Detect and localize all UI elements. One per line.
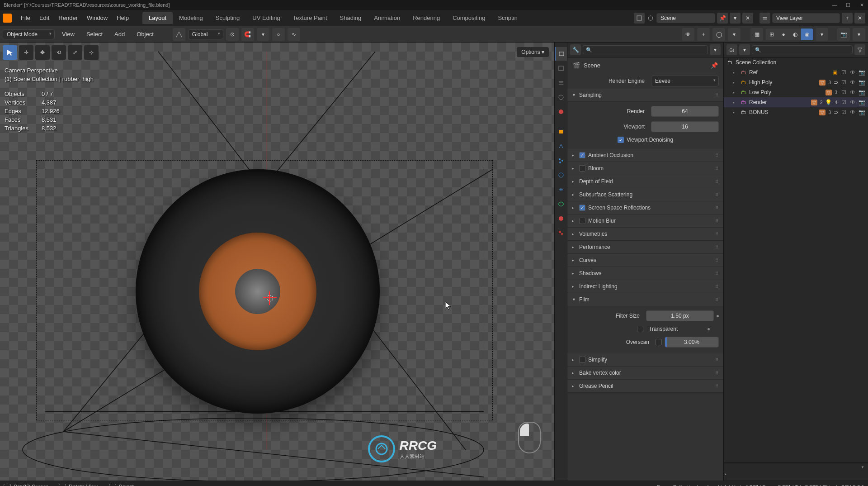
indirect-panel-header[interactable]: ▸Indirect Lighting⠿ (567, 280, 723, 293)
visibility-icon[interactable]: 👁 (682, 28, 694, 41)
filter-size-input[interactable]: 1.50 px (646, 310, 714, 321)
move-tool[interactable]: ✥ (35, 45, 50, 60)
render-icon[interactable]: 📷 (858, 69, 865, 76)
object-properties-tab[interactable] (555, 125, 567, 138)
maximize-icon[interactable]: ☐ (845, 2, 851, 8)
scene-name-input[interactable] (656, 13, 715, 23)
simplify-checkbox[interactable] (579, 357, 585, 363)
orientation-dropdown[interactable]: Global (188, 29, 223, 39)
tab-modeling[interactable]: Modeling (173, 12, 209, 24)
render-properties-tab[interactable] (555, 47, 567, 61)
collection-scene[interactable]: 🗀 Scene Collection (724, 57, 868, 67)
chevron-right-icon[interactable]: ▸ (733, 100, 738, 105)
output-properties-tab[interactable] (555, 62, 567, 75)
scene-delete-icon[interactable]: ✕ (742, 13, 753, 24)
properties-lower-panel[interactable]: ▼ ▸ (724, 462, 868, 481)
tab-sculpting[interactable]: Sculpting (209, 12, 246, 24)
mblur-checkbox[interactable] (579, 218, 585, 224)
properties-search-input[interactable] (583, 45, 708, 54)
properties-options-icon[interactable]: ▾ (710, 44, 721, 55)
viewlayer-browse-icon[interactable] (760, 13, 770, 24)
viewlayer-properties-tab[interactable] (555, 76, 567, 90)
texture-properties-tab[interactable] (555, 226, 567, 240)
tab-scripting[interactable]: Scriptin (491, 12, 524, 24)
menu-file[interactable]: File (16, 13, 35, 23)
render-icon[interactable]: 📷 (858, 79, 865, 86)
chevron-right-icon[interactable]: ▸ (725, 472, 726, 476)
cursor-tool[interactable]: ✛ (19, 45, 33, 60)
tab-rendering[interactable]: Rendering (406, 12, 446, 24)
overscan-slider[interactable]: 3.00% (665, 337, 719, 348)
eye-icon[interactable]: 👁 (849, 69, 856, 76)
chevron-right-icon[interactable]: ▸ (733, 71, 738, 75)
collection-high-poly[interactable]: ▸ 🗀 High Poly ▽3 ⊃ ☑ 👁 📷 (724, 77, 868, 87)
close-icon[interactable]: ✕ (859, 2, 864, 8)
scene-pin-icon[interactable]: 📌 (717, 13, 728, 24)
shading-options-icon[interactable]: ▾ (816, 28, 828, 41)
render-samples-input[interactable]: 64 (651, 106, 719, 117)
modifier-properties-tab[interactable] (555, 139, 567, 153)
data-properties-tab[interactable] (555, 197, 567, 211)
render-icon[interactable]: 📷 (858, 109, 865, 116)
tab-shading[interactable]: Shading (334, 12, 368, 24)
particle-properties-tab[interactable] (555, 154, 567, 167)
proportional-icon[interactable]: ○ (272, 28, 285, 41)
bloom-checkbox[interactable] (579, 165, 585, 172)
header-view[interactable]: View (57, 29, 79, 39)
bake-vc-panel-header[interactable]: ▸Bake vertex color⠿ (567, 367, 723, 380)
header-add[interactable]: Add (110, 29, 129, 39)
ssr-checkbox[interactable]: ✓ (579, 205, 585, 211)
viewlayer-new-icon[interactable]: + (842, 13, 853, 24)
camera-view-icon[interactable]: 📷 (837, 28, 850, 41)
chevron-down-icon[interactable]: ▼ (861, 465, 864, 469)
mblur-panel-header[interactable]: ▸Motion Blur⠿ (567, 214, 723, 228)
render-icon[interactable]: 📷 (858, 99, 865, 106)
overlay-options-icon[interactable]: ▾ (728, 28, 741, 41)
select-box-tool[interactable] (3, 45, 17, 60)
ao-panel-header[interactable]: ▸✓Ambient Occlusion⠿ (567, 149, 723, 162)
outliner-search-input[interactable] (752, 45, 853, 54)
viewport-samples-input[interactable]: 16 (651, 121, 719, 132)
tire-object[interactable] (136, 169, 380, 414)
collection-ref[interactable]: ▸ 🗀 Ref ▣ ☑ 👁 📷 (724, 67, 868, 77)
tab-compositing[interactable]: Compositing (446, 12, 491, 24)
constraint-properties-tab[interactable] (555, 183, 567, 196)
outliner-filter-icon[interactable] (854, 44, 865, 55)
sss-panel-header[interactable]: ▸Subsurface Scattering⠿ (567, 188, 723, 201)
wireframe-shading-icon[interactable]: ⊞ (766, 29, 778, 40)
rendered-shading-icon[interactable]: ◉ (801, 29, 813, 40)
gp-panel-header[interactable]: ▸Grease Pencil⠿ (567, 380, 723, 393)
world-properties-tab[interactable] (555, 105, 567, 119)
keyframe-dot-icon[interactable] (717, 315, 719, 317)
scene-properties-tab[interactable] (555, 91, 567, 104)
rotate-tool[interactable]: ⟲ (52, 45, 66, 60)
orientation-icon[interactable] (173, 28, 185, 41)
tab-animation[interactable]: Animation (368, 12, 406, 24)
viewlayer-name-input[interactable] (772, 13, 840, 23)
menu-render[interactable]: Render (54, 13, 82, 23)
performance-panel-header[interactable]: ▸Performance⠿ (567, 241, 723, 254)
shadows-panel-header[interactable]: ▸Shadows⠿ (567, 267, 723, 280)
solid-shading-icon[interactable]: ● (778, 29, 789, 40)
outliner-display-mode-icon[interactable]: ▾ (739, 44, 750, 55)
transform-tool[interactable]: ⊹ (84, 45, 99, 60)
exclude-checkbox[interactable]: ☑ (840, 99, 847, 106)
outliner-editor-type-icon[interactable]: 🗂 (726, 44, 737, 55)
3d-viewport[interactable]: ✛ ✥ ⟲ ⤢ ⊹ Options ▾ Camera Perspective (… (0, 43, 554, 481)
chevron-right-icon[interactable]: ▸ (733, 81, 738, 85)
pivot-icon[interactable]: ⊙ (226, 28, 239, 41)
simplify-panel-header[interactable]: ▸Simplify⠿ (567, 353, 723, 367)
camera-options-icon[interactable]: ▾ (853, 28, 865, 41)
eye-icon[interactable]: 👁 (849, 89, 856, 96)
eye-icon[interactable]: 👁 (849, 79, 856, 86)
collection-render[interactable]: ▸ 🗀 Render ▽2 💡4 ☑ 👁 📷 (724, 97, 868, 107)
sampling-panel-header[interactable]: ▼ Sampling⠿ (567, 89, 723, 102)
blender-logo-icon[interactable] (3, 14, 12, 23)
eye-icon[interactable]: 👁 (849, 109, 856, 116)
menu-edit[interactable]: Edit (35, 13, 54, 23)
render-icon[interactable]: 📷 (858, 89, 865, 96)
proportional-curve-icon[interactable]: ∿ (288, 28, 300, 41)
breadcrumb-scene[interactable]: Scene (584, 62, 600, 69)
pin-icon[interactable]: 📌 (711, 62, 718, 69)
scene-new-icon[interactable]: ▾ (730, 13, 741, 24)
